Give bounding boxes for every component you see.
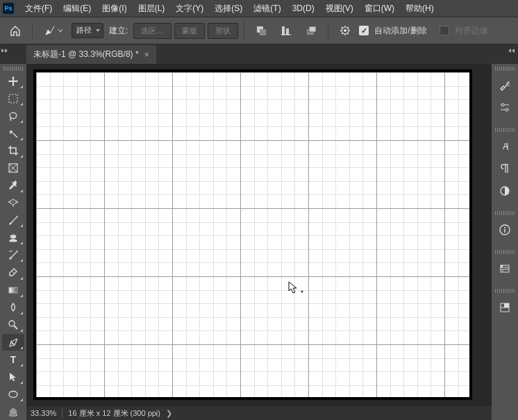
svg-line-18	[13, 133, 17, 137]
clone-stamp-tool[interactable]	[2, 229, 24, 246]
svg-rect-26	[9, 287, 17, 293]
pen-tool[interactable]	[2, 334, 24, 351]
document-dimensions: 16 厘米 x 12 厘米 (300 ppi)	[68, 408, 160, 419]
adjustments-icon[interactable]	[494, 97, 516, 118]
brush-tool[interactable]	[2, 212, 24, 228]
lasso-tool[interactable]	[2, 108, 24, 124]
menu-image[interactable]: 图像(I)	[97, 0, 132, 17]
svg-rect-6	[309, 26, 316, 32]
svg-line-25	[12, 271, 15, 274]
magic-wand-tool[interactable]	[2, 125, 24, 142]
menu-window[interactable]: 窗口(W)	[359, 0, 400, 17]
svg-rect-1	[260, 29, 266, 35]
path-operations-button[interactable]	[250, 19, 272, 42]
color-panel-icon[interactable]	[494, 180, 516, 201]
eraser-tool[interactable]	[2, 264, 24, 280]
path-alignment-button[interactable]	[275, 19, 297, 42]
svg-line-16	[348, 27, 349, 28]
svg-rect-3	[286, 28, 289, 35]
panel-grip[interactable]	[495, 289, 515, 293]
blur-tool[interactable]	[2, 299, 24, 316]
svg-line-13	[342, 27, 343, 28]
path-arrangement-button[interactable]	[300, 19, 322, 42]
svg-rect-50	[504, 303, 509, 308]
svg-point-23	[12, 201, 14, 203]
frame-tool[interactable]	[2, 160, 24, 176]
brush-settings-icon[interactable]	[494, 75, 516, 96]
document-tab[interactable]: 未标题-1 @ 33.3%(RGB/8) * ×	[26, 45, 156, 64]
menu-3d[interactable]: 3D(D)	[287, 0, 320, 17]
menu-help[interactable]: 帮助(H)	[400, 0, 440, 17]
right-panel: A	[492, 64, 518, 420]
type-tool[interactable]: T	[2, 351, 24, 368]
properties-panel-icon[interactable]	[494, 297, 516, 318]
character-panel-icon[interactable]: A	[494, 136, 516, 157]
svg-line-28	[14, 326, 17, 329]
align-edges-checkbox[interactable]	[440, 26, 449, 35]
make-selection-button[interactable]: 选区…	[133, 23, 172, 39]
svg-text:T: T	[10, 354, 17, 365]
menu-select[interactable]: 选择(S)	[209, 0, 248, 17]
make-shape-button[interactable]: 形状	[208, 23, 238, 39]
menu-layer[interactable]: 图层(L)	[133, 0, 171, 17]
hand-tool[interactable]	[2, 403, 24, 420]
document-canvas[interactable]	[33, 69, 472, 400]
menu-file[interactable]: 文件(F)	[19, 0, 58, 17]
mode-select[interactable]: 路径	[72, 23, 103, 38]
svg-point-32	[9, 392, 17, 398]
svg-point-43	[504, 227, 506, 228]
info-panel-icon[interactable]	[494, 219, 516, 240]
expand-left-icon[interactable]	[1, 49, 10, 57]
options-bar: 路径 建立: 选区… 蒙版 形状 ✓ 自动添加/删除 对齐边缘	[0, 17, 518, 44]
status-next-icon[interactable]: ❯	[166, 409, 172, 418]
gear-icon[interactable]	[334, 19, 356, 42]
path-selection-tool[interactable]	[2, 369, 24, 385]
svg-point-22	[10, 201, 11, 203]
svg-point-30	[12, 343, 13, 344]
marquee-tool[interactable]	[2, 90, 24, 107]
ellipse-tool[interactable]	[2, 386, 24, 403]
svg-rect-2	[282, 26, 285, 35]
separator	[328, 22, 328, 40]
move-tool[interactable]	[2, 73, 24, 90]
svg-point-8	[344, 29, 346, 32]
home-button[interactable]	[4, 19, 26, 42]
gradient-tool[interactable]	[2, 282, 24, 299]
history-brush-tool[interactable]	[2, 246, 24, 263]
svg-point-29	[10, 322, 13, 325]
eyedropper-tool[interactable]	[2, 177, 24, 194]
svg-point-24	[15, 201, 17, 203]
svg-rect-17	[9, 94, 17, 103]
zoom-level[interactable]: 33.33%	[31, 409, 56, 417]
menu-edit[interactable]: 编辑(E)	[58, 0, 97, 17]
panel-grip[interactable]	[495, 128, 515, 132]
ruler-tool[interactable]	[2, 194, 24, 211]
svg-line-15	[342, 33, 343, 35]
close-icon[interactable]: ×	[144, 49, 150, 60]
panel-grip[interactable]	[495, 250, 515, 254]
panel-grip[interactable]	[495, 211, 515, 215]
dodge-tool[interactable]	[2, 317, 24, 333]
auto-add-delete-checkbox[interactable]: ✓	[359, 26, 369, 35]
svg-point-36	[501, 103, 504, 106]
app-logo: Ps	[3, 3, 14, 14]
separator	[32, 22, 33, 40]
status-bar: 33.33% 16 厘米 x 12 厘米 (300 ppi) ❯	[26, 406, 492, 420]
crop-tool[interactable]	[2, 142, 24, 159]
paragraph-panel-icon[interactable]	[494, 158, 516, 179]
build-label: 建立:	[106, 25, 131, 37]
auto-add-delete-label: 自动添加/删除	[374, 25, 426, 37]
separator	[244, 22, 244, 40]
panel-grip[interactable]	[3, 67, 23, 71]
canvas-area: * 33.33% 16 厘米 x 12 厘米 (300 ppi) ❯	[26, 64, 492, 420]
menu-view[interactable]: 视图(V)	[320, 0, 359, 17]
menubar: Ps 文件(F) 编辑(E) 图像(I) 图层(L) 文字(Y) 选择(S) 滤…	[0, 0, 518, 17]
layers-panel-icon[interactable]	[494, 258, 516, 279]
panel-grip[interactable]	[495, 67, 515, 71]
expand-right-icon[interactable]	[508, 49, 517, 57]
menu-filter[interactable]: 滤镜(T)	[248, 0, 286, 17]
menu-type[interactable]: 文字(Y)	[170, 0, 209, 17]
pen-tool-preset[interactable]	[38, 19, 69, 42]
make-mask-button[interactable]: 蒙版	[174, 23, 205, 39]
svg-line-14	[348, 33, 349, 35]
